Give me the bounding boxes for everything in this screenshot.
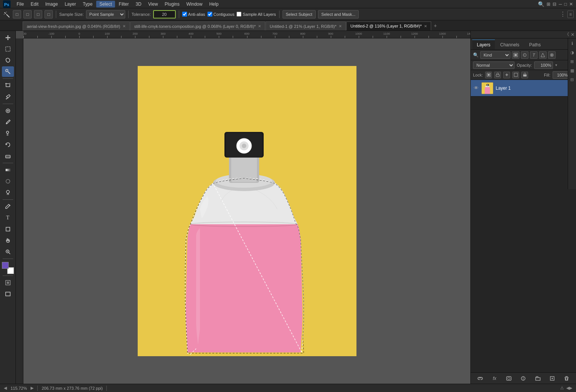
- tool-preset2[interactable]: □: [23, 10, 32, 18]
- tab-untitled1-close[interactable]: ✕: [339, 24, 342, 28]
- panel-toggle-icon[interactable]: ⋮: [560, 11, 566, 18]
- opacity-input[interactable]: [534, 61, 553, 69]
- type-tool[interactable]: T: [2, 213, 14, 223]
- new-tab-btn[interactable]: +: [432, 23, 439, 29]
- layer-new-btn[interactable]: [548, 374, 556, 383]
- layer-group-btn[interactable]: [534, 374, 542, 383]
- patterns-icon[interactable]: ⊟: [569, 76, 576, 83]
- filter-type-btn[interactable]: T: [530, 51, 538, 59]
- move-tool[interactable]: [2, 32, 14, 43]
- magic-wand-tool-btn[interactable]: [2, 66, 14, 77]
- canvas-area[interactable]: // Will be added via JS after page load …: [16, 31, 470, 384]
- brush-tool[interactable]: [2, 117, 14, 127]
- tab-paths[interactable]: Paths: [525, 40, 545, 49]
- layer-mask-btn[interactable]: [505, 374, 513, 383]
- menu-view[interactable]: View: [145, 1, 161, 8]
- contiguous-checkbox[interactable]: [207, 12, 212, 17]
- hand-tool[interactable]: [2, 235, 14, 246]
- tab-untitled2-close[interactable]: ✕: [424, 24, 427, 28]
- tab-layers[interactable]: Layers: [472, 40, 495, 49]
- layer-visibility-toggle[interactable]: 👁: [473, 85, 479, 91]
- menu-help[interactable]: Help: [206, 1, 222, 8]
- eyedropper-tool[interactable]: [2, 92, 14, 102]
- filter-smart-btn[interactable]: [548, 51, 556, 59]
- menu-plugins[interactable]: Plugins: [162, 1, 183, 8]
- sample-all-layers-checkbox[interactable]: [237, 12, 241, 17]
- search-icon[interactable]: 🔍: [538, 1, 544, 7]
- lock-artboard-btn[interactable]: [512, 72, 519, 78]
- color-swatches[interactable]: [2, 262, 14, 274]
- filter-pixel-btn[interactable]: [512, 51, 519, 59]
- dodge-tool[interactable]: [2, 187, 14, 198]
- select-and-mask-button[interactable]: Select and Mask...: [318, 10, 359, 18]
- menu-image[interactable]: Image: [42, 1, 61, 8]
- anti-alias-checkbox[interactable]: [182, 12, 187, 17]
- tab-cmyk-close[interactable]: ✕: [258, 24, 261, 28]
- tool-preset3[interactable]: □: [34, 10, 42, 18]
- tab-channels[interactable]: Channels: [496, 40, 524, 49]
- sample-size-select[interactable]: Point Sample 3 by 3 Average 5 by 5 Avera…: [86, 10, 125, 18]
- eraser-tool[interactable]: [2, 151, 14, 161]
- adjustments-icon[interactable]: ◑: [569, 49, 576, 56]
- swatches-icon[interactable]: ⊞: [569, 58, 576, 65]
- maximize-btn[interactable]: □: [564, 2, 567, 7]
- menu-3d[interactable]: 3D: [132, 1, 144, 8]
- layer-link-btn[interactable]: [476, 374, 484, 383]
- zoom-nav-next[interactable]: ▶: [31, 386, 34, 390]
- menu-file[interactable]: File: [14, 1, 27, 8]
- layer-fx-btn[interactable]: fx: [490, 374, 499, 383]
- blend-mode-select[interactable]: Normal Dissolve Multiply Screen Overlay: [473, 61, 515, 69]
- pen-tool[interactable]: [2, 201, 14, 212]
- layer-item-layer1[interactable]: 👁 Layer 1: [471, 80, 576, 96]
- sample-all-layers-group[interactable]: Sample All Layers: [237, 12, 276, 17]
- tab-untitled1[interactable]: Untitled-1 @ 21% (Layer 1, RGB/8)* ✕: [266, 21, 346, 31]
- quick-mask-btn[interactable]: [2, 277, 14, 288]
- blur-tool[interactable]: [2, 176, 14, 187]
- healing-tool[interactable]: [2, 106, 14, 116]
- shape-tool[interactable]: [2, 224, 14, 234]
- layer-delete-btn[interactable]: [562, 374, 571, 383]
- lock-all-btn[interactable]: [521, 72, 528, 78]
- tolerance-input[interactable]: 20: [153, 10, 176, 18]
- menu-filter[interactable]: Filter: [116, 1, 132, 8]
- tab-pumpkin-close[interactable]: ✕: [123, 24, 126, 28]
- close-btn[interactable]: ✕: [569, 2, 573, 7]
- canvas-zoom-fit[interactable]: ◀▶: [566, 386, 572, 390]
- canvas-wrapper[interactable]: [23, 38, 470, 384]
- lock-pixels-btn[interactable]: [485, 72, 492, 78]
- layer-list[interactable]: 👁 Layer 1: [471, 80, 576, 372]
- history-tool[interactable]: [2, 139, 14, 150]
- crop-tool[interactable]: [2, 80, 14, 91]
- minimize-btn[interactable]: ─: [559, 2, 562, 7]
- lock-position-btn[interactable]: [503, 72, 510, 78]
- arrange-icon[interactable]: ⊟: [553, 2, 556, 7]
- properties-icon[interactable]: ℹ: [569, 40, 576, 47]
- select-subject-button[interactable]: Select Subject: [283, 10, 316, 18]
- screen-mode-btn[interactable]: [2, 289, 14, 299]
- foreground-color-swatch[interactable]: [2, 262, 9, 269]
- right-panel-toggle[interactable]: ≡: [567, 11, 574, 18]
- fill-input[interactable]: [553, 71, 570, 79]
- tab-pumpkin[interactable]: aerial-view-fresh-pumpkin.jpg @ 0.049% (…: [23, 21, 130, 31]
- collapse-panel-icon[interactable]: 《: [565, 31, 569, 38]
- menu-edit[interactable]: Edit: [28, 1, 41, 8]
- tab-cmyk[interactable]: still-life-cmyk-toners-composition.jpg @…: [130, 21, 265, 31]
- anti-alias-group[interactable]: Anti-alias: [182, 12, 205, 17]
- contiguous-group[interactable]: Contiguous: [207, 12, 235, 17]
- clone-tool[interactable]: [2, 128, 14, 139]
- menu-window[interactable]: Window: [183, 1, 206, 8]
- gradient-tool[interactable]: [2, 165, 14, 175]
- close-panel-icon[interactable]: ✕: [571, 32, 574, 37]
- lock-image-btn[interactable]: [494, 72, 501, 78]
- menu-type[interactable]: Type: [80, 1, 95, 8]
- menu-layer[interactable]: Layer: [61, 1, 79, 8]
- lasso-tool[interactable]: [2, 55, 14, 66]
- zoom-nav-prev[interactable]: ◀: [4, 386, 7, 390]
- tool-preset4[interactable]: □: [45, 10, 53, 18]
- canvas-content[interactable]: [23, 38, 470, 384]
- zoom-tool[interactable]: [2, 247, 14, 257]
- gradient-icon[interactable]: ▦: [569, 67, 576, 74]
- marquee-tool[interactable]: [2, 44, 14, 54]
- tool-preset1[interactable]: □: [13, 10, 21, 18]
- opacity-arrow[interactable]: ▾: [555, 63, 557, 67]
